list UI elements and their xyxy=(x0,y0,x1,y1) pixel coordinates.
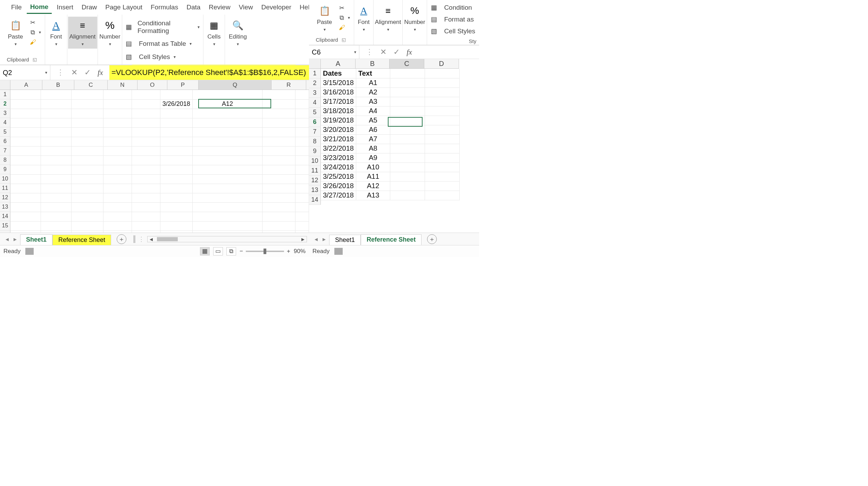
cell[interactable] xyxy=(103,156,132,165)
cell[interactable]: A1 xyxy=(356,78,390,87)
tab-formulas[interactable]: Formulas xyxy=(147,1,182,13)
cell[interactable]: A3 xyxy=(356,97,390,106)
cell[interactable] xyxy=(41,231,72,233)
worksheet-grid[interactable]: ABCNOPQRS123456789101112131415163/26/201… xyxy=(0,80,309,233)
macro-record-icon[interactable] xyxy=(25,248,34,255)
cell[interactable] xyxy=(72,137,103,146)
cell[interactable]: 3/27/2018 xyxy=(321,191,356,200)
cell[interactable] xyxy=(132,212,160,221)
cell[interactable] xyxy=(425,191,459,200)
cell[interactable] xyxy=(72,90,103,99)
cell[interactable] xyxy=(41,165,72,174)
cancel-formula-button[interactable]: ✕ xyxy=(71,68,77,77)
cell[interactable] xyxy=(41,137,72,146)
row-header[interactable]: 6 xyxy=(309,117,321,127)
cell[interactable] xyxy=(103,99,132,109)
cell[interactable]: 3/16/2018 xyxy=(321,87,356,97)
cell[interactable] xyxy=(262,174,295,184)
cell[interactable] xyxy=(41,99,72,109)
cell[interactable]: 3/15/2018 xyxy=(321,78,356,87)
cell[interactable] xyxy=(295,90,309,99)
row-header[interactable]: 7 xyxy=(309,127,321,137)
column-header[interactable]: D xyxy=(424,59,459,69)
cell[interactable] xyxy=(10,212,41,221)
chevron-left-icon[interactable]: ◂ xyxy=(6,235,9,243)
cell[interactable] xyxy=(390,172,425,181)
cell[interactable] xyxy=(160,184,192,193)
cell[interactable] xyxy=(160,202,192,212)
cell[interactable] xyxy=(103,109,132,118)
cancel-formula-button[interactable]: ✕ xyxy=(380,48,386,57)
page-break-view-button[interactable]: ⧉ xyxy=(226,247,236,255)
column-header[interactable]: N xyxy=(108,80,137,90)
cell[interactable] xyxy=(390,69,425,78)
cell[interactable] xyxy=(10,137,41,146)
macro-record-icon[interactable] xyxy=(334,248,343,255)
cell[interactable] xyxy=(390,125,425,134)
cell[interactable] xyxy=(132,99,160,109)
cell[interactable] xyxy=(10,165,41,174)
tab-view[interactable]: View xyxy=(235,1,257,13)
cell[interactable] xyxy=(425,153,459,162)
cell[interactable] xyxy=(262,109,295,118)
row-header[interactable]: 10 xyxy=(309,156,321,166)
row-header[interactable]: 12 xyxy=(309,176,321,185)
dialog-launcher-icon[interactable]: ◱ xyxy=(31,57,38,62)
cell[interactable]: A9 xyxy=(356,153,390,162)
cell[interactable] xyxy=(10,146,41,156)
cell[interactable] xyxy=(262,156,295,165)
cell[interactable] xyxy=(262,118,295,127)
normal-view-button[interactable]: ▦ xyxy=(200,247,210,255)
enter-formula-button[interactable]: ✓ xyxy=(84,68,91,77)
cell[interactable] xyxy=(132,118,160,127)
column-header[interactable]: Q xyxy=(199,80,272,90)
cell[interactable] xyxy=(390,191,425,200)
tab-draw[interactable]: Draw xyxy=(78,1,100,13)
row-header[interactable]: 16 xyxy=(0,231,10,233)
cell[interactable]: 3/17/2018 xyxy=(321,97,356,106)
cell[interactable] xyxy=(425,78,459,87)
cell[interactable] xyxy=(72,202,103,212)
sheet-tab-sheet1[interactable]: Sheet1 xyxy=(329,235,361,245)
cell[interactable] xyxy=(262,231,295,233)
cell[interactable] xyxy=(295,165,309,174)
formula-input[interactable] xyxy=(418,45,479,59)
sheet-tab-sheet1[interactable]: Sheet1 xyxy=(20,234,52,245)
cell[interactable]: 3/25/2018 xyxy=(321,172,356,181)
cell[interactable] xyxy=(103,127,132,137)
cell[interactable] xyxy=(10,221,41,231)
column-header[interactable]: C xyxy=(390,59,424,69)
cell[interactable] xyxy=(295,193,309,202)
cut-button[interactable]: ✂ xyxy=(338,4,346,12)
column-header[interactable]: B xyxy=(42,80,74,90)
cell[interactable] xyxy=(103,202,132,212)
cell[interactable] xyxy=(192,156,262,165)
tab-data[interactable]: Data xyxy=(183,1,204,13)
cell[interactable] xyxy=(192,231,262,233)
cell[interactable] xyxy=(192,90,262,99)
cell[interactable] xyxy=(425,97,459,106)
cell[interactable] xyxy=(262,99,295,109)
row-header[interactable]: 3 xyxy=(309,88,321,98)
cell[interactable] xyxy=(192,202,262,212)
cell[interactable] xyxy=(262,221,295,231)
cell[interactable] xyxy=(160,156,192,165)
zoom-out-button[interactable]: − xyxy=(240,248,243,255)
row-header[interactable]: 5 xyxy=(309,108,321,117)
cell[interactable] xyxy=(295,231,309,233)
zoom-in-button[interactable]: + xyxy=(287,248,290,255)
cell[interactable] xyxy=(390,78,425,87)
cell[interactable] xyxy=(295,174,309,184)
cell[interactable] xyxy=(103,90,132,99)
row-header[interactable]: 7 xyxy=(0,146,10,156)
cell[interactable] xyxy=(390,181,425,191)
cell[interactable] xyxy=(192,118,262,127)
cell[interactable] xyxy=(160,165,192,174)
cell[interactable]: A6 xyxy=(356,125,390,134)
row-header[interactable]: 8 xyxy=(0,156,10,165)
cell[interactable] xyxy=(41,174,72,184)
cell[interactable] xyxy=(103,174,132,184)
cell[interactable] xyxy=(72,231,103,233)
cell[interactable] xyxy=(10,184,41,193)
row-header[interactable]: 1 xyxy=(309,69,321,78)
